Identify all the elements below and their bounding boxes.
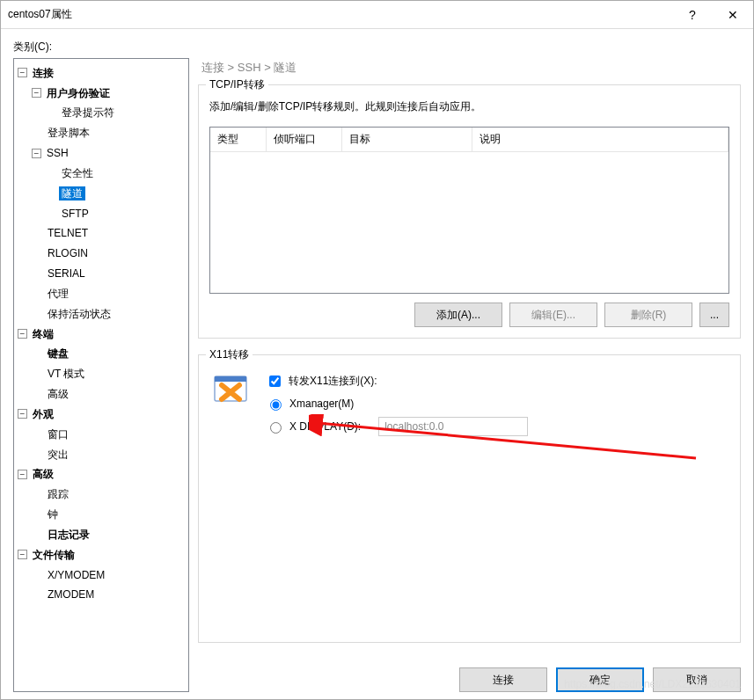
tree-login-script[interactable]: 登录脚本 — [45, 126, 92, 140]
remove-button[interactable]: 删除(R) — [604, 303, 692, 327]
xdisplay-label: X DISPLAY(D): — [289, 415, 361, 438]
forward-x11-label: 转发X11连接到(X): — [289, 369, 377, 392]
xmanager-icon — [213, 373, 248, 408]
tree-trace[interactable]: 跟踪 — [45, 487, 71, 501]
tcpip-title: TCP/IP转移 — [206, 77, 268, 92]
more-button[interactable]: ... — [699, 303, 729, 327]
cancel-button[interactable]: 取消 — [653, 667, 741, 692]
tree-auth[interactable]: 用户身份验证 — [44, 86, 113, 100]
tcpip-desc: 添加/编辑/删除TCP/IP转移规则。此规则连接后自动应用。 — [209, 99, 729, 114]
tree-tunnel[interactable]: 隧道 — [59, 186, 85, 201]
tree-term-advanced[interactable]: 高级 — [45, 387, 71, 401]
tree-bell[interactable]: 钟 — [45, 507, 61, 521]
tree-advanced[interactable]: 高级 — [30, 467, 56, 481]
content-panel: 连接 > SSH > 隧道 TCP/IP转移 添加/编辑/删除TCP/IP转移规… — [198, 58, 741, 692]
collapse-icon[interactable]: − — [32, 88, 41, 98]
connect-button[interactable]: 连接 — [459, 667, 547, 692]
tree-filetransfer[interactable]: 文件传输 — [30, 548, 77, 562]
window-title: centos07属性 — [8, 7, 672, 22]
collapse-icon[interactable]: − — [18, 470, 27, 479]
collapse-icon[interactable]: − — [32, 149, 41, 158]
add-button[interactable]: 添加(A)... — [414, 303, 502, 327]
collapse-icon[interactable]: − — [18, 409, 27, 419]
tree-logging[interactable]: 日志记录 — [45, 528, 92, 542]
tree-rlogin[interactable]: RLOGIN — [45, 246, 91, 260]
breadcrumb: 连接 > SSH > 隧道 — [201, 60, 741, 76]
collapse-icon[interactable]: − — [18, 550, 27, 559]
tree-terminal[interactable]: 终端 — [30, 327, 56, 341]
tree-xymodem[interactable]: X/YMODEM — [45, 568, 107, 582]
col-type[interactable]: 类型 — [210, 128, 267, 151]
x11-title: X11转移 — [206, 347, 253, 362]
titlebar: centos07属性 ? ✕ — [1, 1, 753, 29]
tree-zmodem[interactable]: ZMODEM — [45, 587, 97, 602]
tree-highlight[interactable]: 突出 — [45, 448, 71, 462]
tree-window[interactable]: 窗口 — [45, 427, 71, 441]
ok-button[interactable]: 确定 — [556, 667, 644, 692]
forward-x11-input[interactable] — [269, 376, 281, 387]
svg-rect-1 — [215, 376, 246, 382]
tree-ssh[interactable]: SSH — [44, 146, 71, 160]
xdisplay-radio-input[interactable] — [270, 422, 282, 434]
tree-telnet[interactable]: TELNET — [45, 226, 91, 240]
xdisplay-radio[interactable]: X DISPLAY(D): — [266, 415, 361, 438]
tree-appearance[interactable]: 外观 — [30, 407, 56, 421]
xmanager-label: Xmanager(M) — [289, 392, 354, 415]
collapse-icon[interactable]: − — [18, 329, 27, 339]
x11-group: X11转移 转发X11连接到(X): — [198, 354, 741, 643]
tree-sftp[interactable]: SFTP — [59, 207, 92, 221]
tcpip-group: TCP/IP转移 添加/编辑/删除TCP/IP转移规则。此规则连接后自动应用。 … — [198, 84, 741, 339]
xmanager-radio[interactable]: Xmanager(M) — [266, 392, 528, 415]
xmanager-radio-input[interactable] — [270, 399, 282, 411]
tree-keyboard[interactable]: 键盘 — [45, 346, 71, 361]
forward-x11-checkbox[interactable]: 转发X11连接到(X): — [266, 369, 528, 392]
tcpip-rules-list[interactable]: 类型 侦听端口 目标 说明 — [209, 127, 729, 294]
tree-proxy[interactable]: 代理 — [45, 287, 71, 301]
tree-login-prompt[interactable]: 登录提示符 — [59, 106, 117, 120]
category-label: 类别(C): — [13, 40, 741, 55]
col-target[interactable]: 目标 — [342, 128, 472, 151]
category-tree[interactable]: −连接 −用户身份验证 登录提示符 登录脚本 −SSH 安全性 隧道 — [13, 58, 189, 692]
tree-security[interactable]: 安全性 — [59, 166, 96, 180]
collapse-icon[interactable]: − — [18, 68, 27, 77]
tree-keepalive[interactable]: 保持活动状态 — [45, 307, 113, 321]
dialog-footer: 连接 确定 取消 — [198, 659, 741, 692]
properties-dialog: centos07属性 ? ✕ 类别(C): −连接 −用户身份验证 登录提示符 … — [0, 0, 754, 700]
edit-button[interactable]: 编辑(E)... — [509, 303, 597, 327]
tree-vtmode[interactable]: VT 模式 — [45, 367, 87, 381]
tree-serial[interactable]: SERIAL — [45, 266, 88, 281]
col-desc[interactable]: 说明 — [472, 128, 728, 151]
tree-connection[interactable]: 连接 — [30, 66, 56, 80]
list-header: 类型 侦听端口 目标 说明 — [210, 128, 728, 152]
help-button[interactable]: ? — [672, 1, 713, 29]
col-port[interactable]: 侦听端口 — [267, 128, 342, 151]
close-button[interactable]: ✕ — [713, 1, 753, 29]
xdisplay-input[interactable] — [378, 417, 528, 436]
